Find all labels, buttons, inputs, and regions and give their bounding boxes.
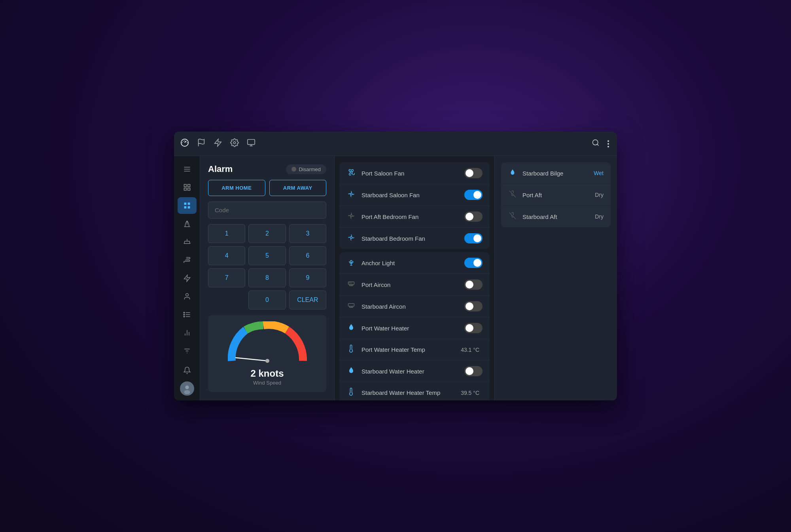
gauge-display <box>228 321 307 365</box>
svg-marker-2 <box>215 139 221 146</box>
svg-point-27 <box>184 316 185 317</box>
svg-marker-20 <box>184 275 190 282</box>
starboard-water-heater-name: Starboard Water Heater <box>361 368 459 375</box>
gear-icon[interactable] <box>230 138 239 149</box>
sidebar-item-overview[interactable] <box>178 179 197 196</box>
port-water-heater-icon <box>346 323 356 333</box>
sidebar-item-bell[interactable] <box>178 361 197 380</box>
flag-icon[interactable] <box>197 138 206 149</box>
num-btn-9[interactable]: 9 <box>289 268 326 287</box>
port-aft-name: Port Aft <box>522 192 589 198</box>
starboard-bedroom-fan-toggle[interactable] <box>464 233 483 243</box>
sidebar-item-filter[interactable] <box>178 343 197 359</box>
lights-section: Anchor Light R/C Port Air <box>339 252 490 400</box>
num-btn-1[interactable]: 1 <box>208 224 245 243</box>
top-bar <box>174 132 617 156</box>
port-aircon-name: Port Aircon <box>361 281 459 288</box>
svg-rect-19 <box>187 206 190 209</box>
sidebar-item-list[interactable] <box>178 306 197 323</box>
main-layout: Alarm Disarmed ARM HOME ARM AWAY 1 2 3 4… <box>174 156 617 400</box>
svg-point-3 <box>233 141 236 144</box>
wind-speed-value: 2 knots <box>250 368 284 379</box>
port-aft-bedroom-fan-toggle[interactable] <box>464 211 483 222</box>
top-bar-icons <box>180 138 592 149</box>
starboard-aircon-name: Starboard Aircon <box>361 303 459 310</box>
num-btn-4[interactable]: 4 <box>208 246 245 265</box>
device-row-anchor-light: Anchor Light <box>339 252 490 274</box>
num-btn-3[interactable]: 3 <box>289 224 326 243</box>
speedometer-icon[interactable] <box>180 138 189 149</box>
port-aircon-toggle[interactable] <box>464 279 483 290</box>
port-water-heater-name: Port Water Heater <box>361 325 459 332</box>
svg-text:R/C: R/C <box>349 282 352 284</box>
num-btn-5[interactable]: 5 <box>248 246 286 265</box>
starboard-bedroom-fan-name: Starboard Bedroom Fan <box>361 235 459 242</box>
port-saloon-fan-toggle[interactable] <box>464 168 483 178</box>
starboard-water-heater-icon <box>346 366 356 376</box>
starboard-water-heater-temp-icon <box>346 388 356 398</box>
starboard-saloon-fan-toggle[interactable] <box>464 190 483 200</box>
num-btn-2[interactable]: 2 <box>248 224 286 243</box>
num-btn-8[interactable]: 8 <box>248 268 286 287</box>
arm-away-button[interactable]: ARM AWAY <box>269 180 327 196</box>
alarm-header: Alarm Disarmed <box>208 164 326 174</box>
svg-point-25 <box>184 312 185 313</box>
device-row-starboard-water-heater: Starboard Water Heater <box>339 360 490 382</box>
starboard-bilge-icon <box>508 169 517 177</box>
user-avatar[interactable] <box>180 381 194 396</box>
svg-rect-14 <box>184 188 186 191</box>
svg-rect-46 <box>348 304 354 306</box>
sidebar-item-person[interactable] <box>178 288 197 305</box>
anchor-light-name: Anchor Light <box>361 260 459 266</box>
anchor-light-icon <box>346 258 356 268</box>
more-menu-icon[interactable] <box>606 139 611 149</box>
port-water-heater-temp-value: 43.1 °C <box>461 347 479 353</box>
sidebar-item-boat[interactable] <box>178 234 197 250</box>
code-input[interactable] <box>208 202 326 219</box>
sidebar-item-power[interactable] <box>178 270 197 287</box>
port-saloon-fan-name: Port Saloon Fan <box>361 170 459 177</box>
num-btn-7[interactable]: 7 <box>208 268 245 287</box>
anchor-light-toggle[interactable] <box>464 258 483 268</box>
num-btn-0[interactable]: 0 <box>248 291 286 309</box>
sidebar-item-menu[interactable] <box>178 161 197 177</box>
content-area: Alarm Disarmed ARM HOME ARM AWAY 1 2 3 4… <box>200 156 617 400</box>
top-bar-right <box>592 139 611 149</box>
sensor-row-port-aft: Port Aft Dry <box>501 184 611 206</box>
svg-point-39 <box>350 171 352 173</box>
starboard-water-heater-toggle[interactable] <box>464 366 483 376</box>
device-row-port-water-heater-temp: Port Water Heater Temp 43.1 °C <box>339 339 490 360</box>
device-row-port-aft-bedroom-fan: Port Aft Bedroom Fan <box>339 206 490 228</box>
starboard-water-heater-temp-value: 39.5 °C <box>461 390 479 396</box>
alarm-buttons: ARM HOME ARM AWAY <box>208 180 326 196</box>
sidebar-item-sail[interactable] <box>178 215 197 232</box>
alarm-title: Alarm <box>208 164 233 174</box>
arm-home-button[interactable]: ARM HOME <box>208 180 265 196</box>
svg-rect-12 <box>184 185 186 187</box>
display-icon[interactable] <box>247 138 255 149</box>
fan-icon-starboard-bedroom <box>346 234 356 243</box>
alarm-panel: Alarm Disarmed ARM HOME ARM AWAY 1 2 3 4… <box>200 156 335 400</box>
starboard-aircon-toggle[interactable] <box>464 301 483 311</box>
svg-rect-4 <box>248 140 255 145</box>
disarmed-badge: Disarmed <box>286 164 326 174</box>
device-row-port-saloon-fan: Port Saloon Fan <box>339 162 490 184</box>
sidebar-item-wind[interactable] <box>178 252 197 268</box>
starboard-aircon-icon <box>346 302 356 311</box>
svg-line-47 <box>509 191 516 198</box>
numpad: 1 2 3 4 5 6 7 8 9 0 CLEAR <box>208 224 326 309</box>
fan-icon-port-aft-bedroom <box>346 212 356 222</box>
svg-rect-15 <box>187 188 190 191</box>
sidebar-item-dashboard[interactable] <box>178 197 197 214</box>
clear-button[interactable]: CLEAR <box>289 291 326 309</box>
device-row-port-aircon: R/C Port Aircon <box>339 274 490 296</box>
num-btn-6[interactable]: 6 <box>289 246 326 265</box>
svg-line-48 <box>509 213 516 219</box>
device-row-starboard-bedroom-fan: Starboard Bedroom Fan <box>339 228 490 249</box>
sidebar-item-chart[interactable] <box>178 324 197 341</box>
devices-panel: Port Saloon Fan Starboard Saloon Fan <box>335 156 494 400</box>
lightning-icon[interactable] <box>214 138 222 149</box>
port-water-heater-toggle[interactable] <box>464 323 483 333</box>
search-icon[interactable] <box>592 139 600 149</box>
svg-line-37 <box>236 358 267 361</box>
